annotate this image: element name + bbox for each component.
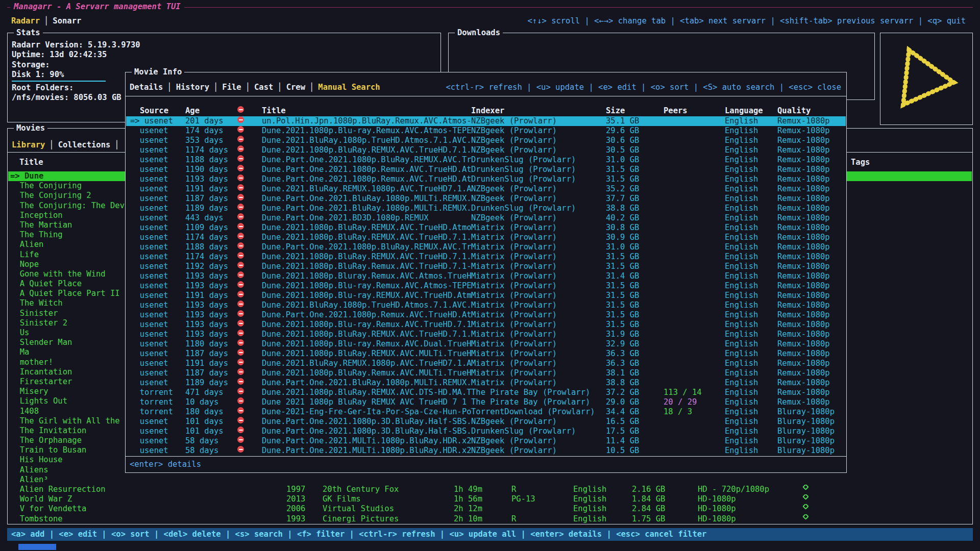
result-age: 180 days <box>185 407 224 417</box>
movie-list-item[interactable]: Tombstone1993Cinergi Pictures2h 10mREngl… <box>8 514 972 524</box>
movie-quality: HD-1080p <box>698 504 736 514</box>
modal-tab-manual-search[interactable]: Manual Search <box>318 83 380 92</box>
column-header-title: Title <box>19 158 43 167</box>
result-source: usenet <box>130 349 168 359</box>
movie-title: The Girl with All the <box>10 416 120 426</box>
result-peers: 20 / 29 <box>664 397 697 407</box>
search-result-row[interactable]: usenet1180 daysDune.2021.1080p.Blu-ray.R… <box>126 339 846 349</box>
search-result-row[interactable]: usenet1189 daysDune.Part.One.2021.BluRay… <box>126 378 846 388</box>
search-result-row[interactable]: usenet353 daysDune.2021.BluRay.1080p.Tru… <box>126 136 846 145</box>
search-result-row[interactable]: usenet1193 daysDune.2021.1080p.Blu-ray.R… <box>126 320 846 330</box>
movie-list-item[interactable]: V for Vendetta2006Virtual Studios2h 12mE… <box>8 504 972 514</box>
movie-studio: Virtual Studios <box>323 504 394 514</box>
search-result-row[interactable]: usenet101 daysDune.Part.One.2021.1080p.3… <box>126 427 846 436</box>
search-result-row[interactable]: usenet1193 daysDune.2021.1080p.BluRay.RE… <box>126 330 846 339</box>
movie-title: The Conjuring <box>10 181 82 191</box>
result-title: Dune.2021.1080p.Blu-ray.Remux.AVC.Dual.T… <box>262 339 472 349</box>
result-age: 443 days <box>185 213 224 223</box>
result-language: English <box>725 310 758 320</box>
search-result-row[interactable]: usenet1174 daysDune.2021.1080p.BluRay.RE… <box>126 145 846 155</box>
result-indexer: Miatrix (Prowlarr) <box>471 291 557 300</box>
result-source: usenet <box>130 417 168 427</box>
search-result-row[interactable]: usenet1193 daysDune.2021.BluRay.1080p.Tr… <box>126 300 846 310</box>
disk-usage-gauge-bar <box>12 81 106 82</box>
rejected-icon <box>237 233 244 239</box>
stat-version-label: Radarr Version: <box>12 40 83 49</box>
search-result-row[interactable]: usenet1192 daysDune.2021.1080p.BluRay.Re… <box>126 262 846 271</box>
result-source: usenet <box>130 368 168 378</box>
search-result-row[interactable]: usenet58 daysDune.Part.One.2021.MULTi.10… <box>126 436 846 446</box>
search-result-row[interactable]: usenet1193 daysDune.Part.One.2021.1080p.… <box>126 174 846 184</box>
search-result-row[interactable]: torrent471 daysDune.2021.1080p.BluRay.RE… <box>126 388 846 397</box>
modal-tab-details[interactable]: Details <box>130 83 163 92</box>
search-result-row[interactable]: usenet1188 daysDune.Part.One.2021.1080p.… <box>126 242 846 252</box>
search-result-row[interactable]: usenet101 daysDune.Part.One.2021.1080p.3… <box>126 417 846 427</box>
search-result-row[interactable]: => usenet201 daysun.Pol.Hin.Jpn.1080p.Bl… <box>126 116 846 126</box>
search-result-row[interactable]: usenet1174 daysDune.2021.1080p.BluRay.RE… <box>126 252 846 262</box>
movie-title: Sinister <box>10 309 58 318</box>
search-result-row[interactable]: torrent10 daysDune 2021 1080p BluRay REM… <box>126 397 846 407</box>
result-language: English <box>725 300 758 310</box>
movie-studio: GK Films <box>323 494 361 504</box>
search-result-row[interactable]: usenet174 daysDune.2021.1080p.Blu-ray.Re… <box>126 126 846 136</box>
modal-tab-history[interactable]: History <box>176 83 209 92</box>
result-language: English <box>725 223 758 233</box>
search-result-row[interactable]: usenet1191 daysDune.2021.1080p.Blu-ray.R… <box>126 291 846 300</box>
result-title: Dune.2021.1080p.BluRay.REMUX.AVC.TrueHD.… <box>262 233 472 242</box>
search-result-row[interactable]: usenet1193 daysDune.2021.1080p.Blu-ray.R… <box>126 281 846 291</box>
search-result-row[interactable]: usenet58 daysDune.Part.One.2021.MULTi.10… <box>126 446 846 456</box>
servarr-tab-radarr[interactable]: Radarr <box>11 16 40 26</box>
modal-keybinds: <ctrl-r> refresh | <u> update | <e> edit… <box>446 82 841 92</box>
movie-list-item[interactable]: Alien³ <box>8 475 972 485</box>
movie-size: 2.16 GB <box>632 485 665 494</box>
result-title: Dune.2021.BluRay.1080p.TrueHD.Atmos.7.1.… <box>262 136 472 145</box>
result-age: 1188 days <box>185 155 228 165</box>
tag-icon <box>802 504 809 510</box>
modal-tab-crew[interactable]: Crew <box>286 83 305 92</box>
result-language: English <box>725 136 758 145</box>
result-quality: Remux-1080p <box>777 388 830 397</box>
result-size: 11.4 GB <box>606 436 639 446</box>
result-title: Dune.2021.1080p.Blu-ray.Remux.AVC.Atmos-… <box>262 281 472 291</box>
rejected-icon <box>237 388 244 394</box>
result-quality: Bluray-1080p <box>777 407 835 417</box>
movies-tab-library[interactable]: Library <box>12 140 45 149</box>
search-result-row[interactable]: usenet1187 daysDune.2021.1080p.BluRay.RE… <box>126 349 846 359</box>
movie-list-item[interactable]: Alien Resurrection199720th Century Fox1h… <box>8 485 972 494</box>
movie-list-item[interactable]: World War Z2013GK Films1h 56mPG-13Englis… <box>8 494 972 504</box>
result-quality: Remux-1080p <box>777 252 830 262</box>
movie-title: Lights Out <box>10 396 67 406</box>
servarr-tab-sonarr[interactable]: Sonarr <box>53 16 81 26</box>
search-result-row[interactable]: usenet443 daysDune.Part.One.2021.BD3D.10… <box>126 213 846 223</box>
result-source: usenet <box>130 165 168 174</box>
rejected-icon <box>237 184 244 191</box>
tab-separator-icon: │ <box>163 83 176 92</box>
modal-tab-cast[interactable]: Cast <box>254 83 273 92</box>
result-age: 353 days <box>185 136 224 145</box>
result-source: usenet <box>130 184 168 194</box>
result-language: English <box>725 155 758 165</box>
rejected-icon <box>237 174 244 181</box>
search-result-row[interactable]: usenet1174 daysDune.2021.1080p.BluRay.RE… <box>126 233 846 242</box>
rejected-icon <box>237 339 244 346</box>
search-result-row[interactable]: usenet1187 daysDune.2021.1080p.BluRay.Re… <box>126 368 846 378</box>
search-result-row[interactable]: usenet1191 daysDune.2021.BluRay.REMUX.10… <box>126 359 846 368</box>
search-result-row[interactable]: torrent180 daysDune-2021-Eng-Fre-Ger-Ita… <box>126 407 846 417</box>
search-result-row[interactable]: usenet1187 daysDune.Part.One.2021.BluRay… <box>126 194 846 204</box>
modal-tab-file[interactable]: File <box>222 83 241 92</box>
search-result-row[interactable]: usenet1188 daysDune.Part.One.2021.1080p.… <box>126 155 846 165</box>
result-source: usenet <box>130 174 168 184</box>
search-result-row[interactable]: usenet1190 daysDune.Part.One.2021.1080p.… <box>126 165 846 174</box>
result-size: 29.0 GB <box>606 397 639 407</box>
result-age: 101 days <box>185 427 224 436</box>
movies-tab-collections[interactable]: Collections <box>58 140 111 149</box>
search-result-row[interactable]: usenet1109 daysDune.2021.1080p.BluRay.RE… <box>126 223 846 233</box>
result-language: English <box>725 165 758 174</box>
result-indexer: Miatrix (Prowlarr) <box>471 271 557 281</box>
result-size: 37.2 GB <box>606 388 639 397</box>
search-result-row[interactable]: usenet1193 daysDune.2021.1080p.Bluray.Re… <box>126 271 846 281</box>
movie-title: Alien³ <box>10 475 48 485</box>
search-result-row[interactable]: usenet1193 daysDune.Part.One.2021.1080p.… <box>126 310 846 320</box>
search-result-row[interactable]: usenet1191 daysDune.2021.BluRay.REMUX.10… <box>126 184 846 194</box>
search-result-row[interactable]: usenet1189 daysDune.Part.One.2021.BluRay… <box>126 204 846 213</box>
